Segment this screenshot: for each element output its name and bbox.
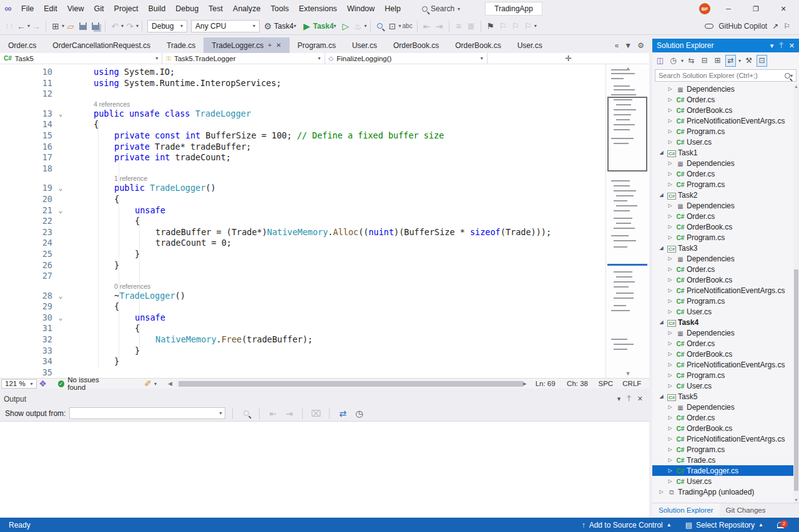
tree-item-dependencies[interactable]: ▷▦Dependencies	[652, 200, 799, 211]
undo-icon[interactable]: ↶	[109, 19, 120, 33]
code-line[interactable]: 31{	[0, 323, 604, 334]
code-line[interactable]: 28⌄~TradeLogger()	[0, 291, 604, 302]
code-line[interactable]: 23tradeBuffer = (Trade*)NativeMemory.All…	[0, 227, 604, 238]
collapsed-arrow-icon[interactable]: ▷	[666, 298, 674, 304]
minimap-viewport[interactable]	[607, 97, 647, 172]
menu-debug[interactable]: Debug	[170, 0, 203, 17]
collapsed-arrow-icon[interactable]: ▷	[666, 224, 674, 230]
close-tab-icon[interactable]: ✕	[276, 42, 281, 49]
menu-tools[interactable]: Tools	[266, 0, 294, 17]
filter-caret[interactable]: ▾	[681, 58, 684, 64]
collapsed-arrow-icon[interactable]: ▷	[666, 266, 674, 272]
zoom-dropdown[interactable]: 121 % ▾	[1, 379, 37, 389]
menu-help[interactable]: Help	[380, 0, 406, 17]
code-line[interactable]: 29{	[0, 301, 604, 312]
codelens-row[interactable]: 4 references	[0, 100, 604, 109]
switch-views-icon[interactable]: ◫	[655, 55, 665, 67]
output-source-dropdown[interactable]: ▾	[69, 407, 225, 419]
code-line[interactable]: 10using System.IO;	[0, 67, 604, 78]
code-line[interactable]: 11using System.Runtime.InteropServices;	[0, 78, 604, 89]
tree-item-task5[interactable]: ◢C#Task5	[652, 391, 799, 402]
share-icon[interactable]: ↗	[772, 22, 778, 31]
scroll-down-icon[interactable]: ▼	[793, 498, 799, 502]
tree-item-dependencies[interactable]: ▷▦Dependencies	[652, 402, 799, 412]
collapsed-arrow-icon[interactable]: ▷	[666, 118, 674, 123]
minimap-scrollbar[interactable]: ▲ ▼	[605, 64, 649, 378]
tree-item-order-cs[interactable]: ▷C#Order.cs	[652, 211, 799, 221]
tree-item-orderbook-cs[interactable]: ▷C#OrderBook.cs	[652, 221, 799, 232]
tab-options-gear-icon[interactable]: ⚙	[637, 41, 644, 50]
code-line[interactable]: 16private Trade* tradeBuffer;	[0, 142, 604, 153]
output-content[interactable]	[0, 421, 649, 518]
scroll-up-icon[interactable]: ▲	[793, 84, 799, 89]
debug-profile-label[interactable]: Task4	[274, 22, 293, 31]
collapsed-arrow-icon[interactable]: ▷	[666, 309, 674, 314]
menu-edit[interactable]: Edit	[39, 0, 62, 17]
fold-collapse-icon[interactable]: ⌄	[52, 109, 69, 120]
tree-item-pricenotificationeventargs-cs[interactable]: ▷C#PriceNotificationEventArgs.cs	[652, 115, 799, 126]
code-line[interactable]: 24tradeCount = 0;	[0, 238, 604, 249]
collapsed-arrow-icon[interactable]: ▷	[666, 404, 674, 410]
tab-tradelogger-cs[interactable]: TradeLogger.cs+✕	[203, 37, 289, 53]
codelens-references[interactable]: 0 references	[69, 282, 150, 291]
debug-target-gear-icon[interactable]: ⚙	[262, 19, 273, 33]
tab-trade-cs[interactable]: Trade.cs	[159, 37, 203, 53]
add-to-source-control-button[interactable]: ↑ Add to Source Control ▲	[582, 521, 672, 530]
collapsed-arrow-icon[interactable]: ▷	[666, 128, 674, 134]
redo-caret[interactable]: ▾	[136, 23, 139, 29]
save-all-icon[interactable]	[90, 19, 101, 33]
next-message-icon[interactable]: ⇥	[283, 407, 295, 420]
tree-item-dependencies[interactable]: ▷▦Dependencies	[652, 84, 799, 94]
codelens-row[interactable]: 1 reference	[0, 174, 604, 183]
hot-reload-caret[interactable]: ▾	[365, 23, 367, 29]
close-icon[interactable]: ✕	[637, 395, 643, 403]
expanded-arrow-icon[interactable]: ◢	[657, 394, 665, 399]
type-dropdown[interactable]: ⚿ Task5.TradeLogger ▾	[162, 53, 325, 64]
solution-search-input[interactable]	[659, 72, 785, 79]
code-line[interactable]: 14{	[0, 119, 604, 130]
collapsed-arrow-icon[interactable]: ▷	[666, 468, 674, 473]
code-line[interactable]: 21⌄unsafe	[0, 205, 604, 216]
tree-item-order-cs[interactable]: ▷C#Order.cs	[652, 338, 799, 349]
collapsed-arrow-icon[interactable]: ▷	[666, 213, 674, 219]
code-line[interactable]: 27	[0, 271, 604, 282]
menu-window[interactable]: Window	[342, 0, 380, 17]
tree-item-program-cs[interactable]: ▷C#Program.cs	[652, 444, 799, 455]
scroll-left-icon[interactable]: ◀	[168, 380, 172, 387]
tree-item-order-cs[interactable]: ▷C#Order.cs	[652, 264, 799, 274]
tree-item-pricenotificationeventargs-cs[interactable]: ▷C#PriceNotificationEventArgs.cs	[652, 433, 799, 444]
pin-icon[interactable]: ⍑	[779, 42, 783, 50]
menu-extensions[interactable]: Extensions	[294, 0, 342, 17]
spell-checker-icon[interactable]: abc	[402, 19, 413, 33]
tree-item-orderbook-cs[interactable]: ▷C#OrderBook.cs	[652, 423, 799, 433]
active-files-list-icon[interactable]: ▼	[624, 41, 632, 50]
fold-collapse-icon[interactable]: ⌄	[52, 312, 69, 324]
expanded-arrow-icon[interactable]: ◢	[657, 319, 665, 325]
menu-file[interactable]: File	[16, 0, 39, 17]
window-position-caret-icon[interactable]: ▾	[617, 395, 621, 403]
increase-indent-icon[interactable]: ≣	[466, 19, 477, 33]
collapsed-arrow-icon[interactable]: ▷	[666, 256, 674, 261]
tree-item-program-cs[interactable]: ▷C#Program.cs	[652, 370, 799, 380]
menu-analyze[interactable]: Analyze	[228, 0, 265, 17]
solution-explorer-window-icon[interactable]: ⊡	[387, 19, 398, 33]
collapsed-arrow-icon[interactable]: ▷	[666, 383, 674, 389]
fold-collapse-icon[interactable]: ⌄	[52, 291, 69, 302]
collapse-all-icon[interactable]: ⊟	[699, 55, 710, 67]
sync-caret[interactable]: ▾	[738, 58, 741, 64]
new-project-icon[interactable]: ⊞	[50, 19, 61, 33]
tab-orderbook-cs[interactable]: OrderBook.cs	[385, 37, 447, 53]
timestamp-icon[interactable]: ◷	[353, 407, 365, 420]
tree-item-orderbook-cs[interactable]: ▷C#OrderBook.cs	[652, 349, 799, 359]
tree-item-user-cs[interactable]: ▷C#User.cs	[652, 476, 799, 486]
collapsed-arrow-icon[interactable]: ▷	[666, 351, 674, 357]
tree-item-user-cs[interactable]: ▷C#User.cs	[652, 137, 799, 147]
code-line[interactable]: 12	[0, 89, 604, 100]
project-dropdown[interactable]: C# Task5 ▾	[0, 53, 162, 64]
horizontal-scrollbar-thumb[interactable]	[179, 381, 523, 387]
next-bookmark-icon[interactable]: ⚐	[510, 19, 521, 33]
issues-indicator[interactable]: ✓ No issues found	[58, 376, 117, 391]
pin-icon[interactable]: ⍑	[627, 395, 631, 403]
codelens-row[interactable]: 0 references	[0, 282, 604, 291]
fold-collapse-icon[interactable]: ⌄	[52, 183, 69, 194]
